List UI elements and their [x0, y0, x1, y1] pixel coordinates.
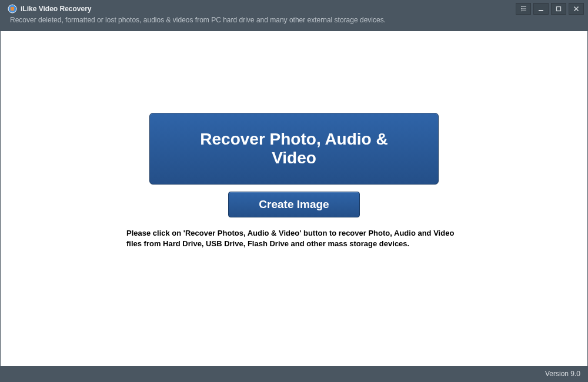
app-title: iLike Video Recovery	[21, 5, 92, 13]
window-controls	[516, 3, 584, 15]
svg-rect-9	[557, 7, 561, 11]
header-bar: iLike Video Recovery Recover deleted, fo…	[1, 1, 587, 31]
recover-button[interactable]: Recover Photo, Audio & Video	[149, 113, 439, 185]
maximize-button[interactable]	[551, 3, 566, 15]
main-content: Recover Photo, Audio & Video Create Imag…	[1, 31, 587, 366]
create-image-button[interactable]: Create Image	[228, 192, 360, 217]
svg-point-6	[521, 8, 522, 9]
close-button[interactable]	[569, 3, 584, 15]
instruction-text: Please click on 'Recover Photos, Audio &…	[126, 228, 462, 249]
svg-rect-1	[11, 7, 14, 11]
title-row: iLike Video Recovery	[8, 4, 386, 14]
app-window: iLike Video Recovery Recover deleted, fo…	[0, 0, 588, 382]
svg-point-5	[521, 6, 522, 8]
header-left: iLike Video Recovery Recover deleted, fo…	[8, 4, 386, 24]
svg-point-7	[521, 11, 522, 12]
footer-bar: Version 9.0	[1, 366, 587, 381]
menu-icon[interactable]	[516, 3, 531, 15]
app-icon	[8, 4, 17, 14]
version-label: Version 9.0	[545, 370, 580, 378]
minimize-button[interactable]	[533, 3, 549, 15]
app-subtitle: Recover deleted, formatted or lost photo…	[8, 16, 386, 24]
